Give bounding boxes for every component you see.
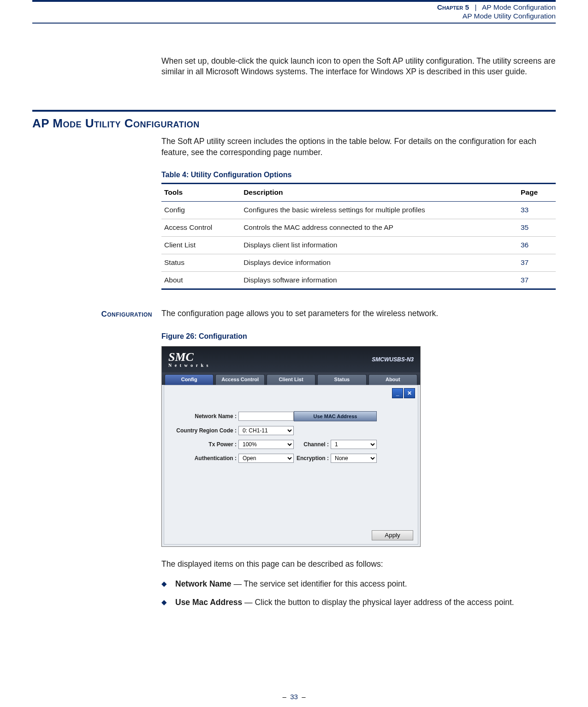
authentication-select[interactable]: Open [238, 454, 294, 463]
cell-tool: Config [161, 201, 241, 219]
label-network-name: Network Name [172, 413, 238, 420]
bullet-text: — The service set identifier for this ac… [232, 579, 407, 588]
intro-paragraph: When set up, double-click the quick laun… [161, 56, 556, 78]
bullet-text: — Click the button to display the physic… [242, 598, 514, 607]
figure-configuration-utility: SMC N e t w o r k s SMCWUSBS-N3 ConfigAc… [161, 346, 421, 547]
table-row: AboutDisplays software information37 [161, 271, 556, 289]
figure-caption: Figure 26: Configuration [161, 331, 556, 342]
table-row: Access ControlControls the MAC address c… [161, 219, 556, 236]
tab-about[interactable]: About [368, 374, 417, 385]
cell-tool: About [161, 271, 241, 289]
cell-page-ref[interactable]: 35 [518, 219, 556, 236]
cell-description: Configures the basic wireless settings f… [241, 201, 518, 219]
chapter-title: AP Mode Configuration [482, 3, 556, 11]
model-label: SMCWUSBS-N3 [372, 356, 414, 363]
cell-description: Displays device information [241, 254, 518, 271]
close-button[interactable]: ✕ [404, 388, 415, 398]
running-head-line1: Chapter 5 | AP Mode Configuration [32, 3, 556, 12]
cell-description: Controls the MAC address connected to th… [241, 219, 518, 236]
cell-tool: Access Control [161, 219, 241, 236]
use-mac-address-button[interactable]: Use MAC Address [294, 411, 377, 421]
page-number: 33 [290, 693, 298, 701]
body-lead: The displayed items on this page can be … [161, 559, 556, 570]
table-row: Client ListDisplays client list informat… [161, 236, 556, 254]
tab-access-control[interactable]: Access Control [215, 374, 264, 385]
label-channel: Channel [294, 441, 331, 448]
page-footer: – 33 – [0, 692, 588, 701]
cell-tool: Status [161, 254, 241, 271]
cell-page-ref[interactable]: 37 [518, 254, 556, 271]
gutter-label-configuration: Configuration [32, 308, 152, 615]
tab-client-list[interactable]: Client List [267, 374, 315, 385]
cell-description: Displays software information [241, 271, 518, 289]
table-row: StatusDisplays device information37 [161, 254, 556, 271]
cell-tool: Client List [161, 236, 241, 254]
section-title: AP Mode Utility Configuration [32, 115, 556, 132]
encryption-select[interactable]: None [331, 454, 377, 463]
th-description: Description [241, 183, 518, 201]
bullet-term: Network Name [175, 579, 232, 588]
label-country-region: Country Region Code [172, 427, 238, 434]
cell-page-ref[interactable]: 33 [518, 201, 556, 219]
configuration-intro: The configuration page allows you to set… [161, 308, 556, 319]
bullet-term: Use Mac Address [175, 598, 242, 607]
tab-config[interactable]: Config [165, 374, 214, 385]
network-name-input[interactable] [238, 412, 294, 421]
running-head-line2: AP Mode Utility Configuration [32, 12, 556, 20]
utility-options-table: Tools Description Page ConfigConfigures … [161, 183, 556, 290]
chapter-number: 5 [465, 3, 469, 11]
th-page: Page [518, 183, 556, 201]
label-encryption: Encryption [294, 455, 331, 462]
table-caption: Table 4: Utility Configuration Options [161, 170, 556, 180]
channel-select[interactable]: 1 [331, 440, 377, 449]
cell-page-ref[interactable]: 37 [518, 271, 556, 289]
cell-description: Displays client list information [241, 236, 518, 254]
bullet-item: Network Name — The service set identifie… [161, 579, 556, 590]
label-authentication: Authentication [172, 455, 238, 462]
country-region-select[interactable]: 0: CH1-11 [238, 426, 294, 435]
table-row: ConfigConfigures the basic wireless sett… [161, 201, 556, 219]
header-separator: | [475, 3, 477, 11]
chapter-word: Chapter [437, 3, 463, 11]
cell-page-ref[interactable]: 36 [518, 236, 556, 254]
th-tools: Tools [161, 183, 241, 201]
minimize-button[interactable]: _ [392, 388, 403, 398]
section-intro: The Soft AP utility screen includes the … [161, 136, 556, 158]
apply-button[interactable]: Apply [372, 530, 413, 540]
tab-status[interactable]: Status [317, 374, 366, 385]
bullet-item: Use Mac Address — Click the button to di… [161, 597, 556, 608]
label-tx-power: Tx Power [172, 441, 238, 448]
brand-logo: SMC N e t w o r k s [168, 351, 209, 368]
tx-power-select[interactable]: 100% [238, 440, 294, 449]
